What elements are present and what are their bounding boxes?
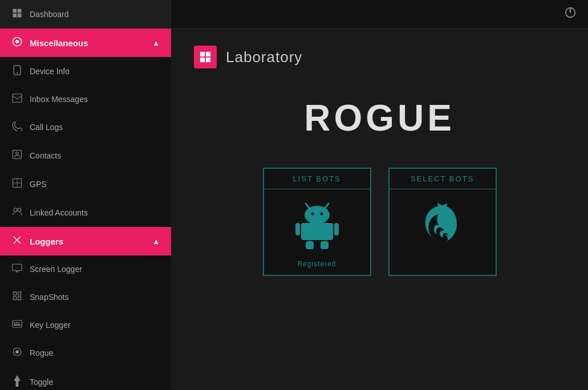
sidebar-item-screen-logger[interactable]: Screen Logger bbox=[0, 255, 171, 283]
misc-icon bbox=[11, 36, 23, 49]
sidebar-item-dashboard[interactable]: Dashboard bbox=[0, 0, 171, 29]
svg-point-15 bbox=[14, 208, 17, 212]
dnd-icon bbox=[418, 189, 467, 260]
sidebar-item-contacts[interactable]: Contacts bbox=[0, 141, 171, 170]
lab-icon bbox=[194, 46, 217, 68]
svg-rect-28 bbox=[16, 322, 17, 323]
svg-rect-1 bbox=[18, 9, 22, 13]
snapshots-icon bbox=[11, 291, 23, 303]
rogue-title: ROGUE bbox=[304, 97, 455, 139]
sidebar-rogue-label: Rogue bbox=[30, 348, 160, 358]
sidebar-misc-label: Miscellaneous bbox=[30, 38, 145, 48]
svg-rect-38 bbox=[200, 52, 205, 56]
svg-rect-49 bbox=[334, 223, 339, 235]
device-info-icon bbox=[11, 65, 23, 78]
svg-rect-2 bbox=[13, 14, 17, 18]
svg-rect-9 bbox=[13, 94, 22, 103]
svg-rect-41 bbox=[206, 58, 210, 62]
sidebar-item-gps[interactable]: GPS bbox=[0, 170, 171, 198]
svg-rect-50 bbox=[306, 241, 314, 249]
sidebar-item-rogue[interactable]: Rogue bbox=[0, 339, 171, 367]
sidebar-inbox-label: Inbox Messages bbox=[30, 95, 160, 104]
sidebar-key-logger-label: Key Logger bbox=[30, 320, 160, 330]
sidebar-snapshots-label: SnapShots bbox=[30, 292, 160, 302]
sidebar-item-linked-accounts[interactable]: Linked Accounts bbox=[0, 198, 171, 227]
contacts-icon bbox=[11, 149, 23, 162]
svg-rect-3 bbox=[18, 14, 22, 18]
svg-rect-25 bbox=[18, 297, 21, 300]
svg-rect-40 bbox=[200, 58, 205, 62]
sidebar-item-snapshots[interactable]: SnapShots bbox=[0, 283, 171, 311]
svg-point-32 bbox=[15, 350, 19, 354]
svg-rect-48 bbox=[295, 223, 300, 235]
misc-chevron-icon: ▲ bbox=[152, 39, 160, 47]
list-bots-label: LIST BOTS bbox=[264, 169, 370, 189]
svg-rect-0 bbox=[13, 9, 17, 13]
svg-point-44 bbox=[305, 206, 330, 224]
sidebar-item-inbox-messages[interactable]: Inbox Messages bbox=[0, 86, 171, 113]
topbar bbox=[171, 0, 588, 29]
svg-rect-26 bbox=[13, 320, 22, 327]
svg-point-52 bbox=[433, 217, 437, 221]
svg-point-11 bbox=[16, 152, 19, 155]
sidebar-loggers-label: Loggers bbox=[30, 237, 145, 246]
android-icon bbox=[294, 189, 340, 260]
sidebar-item-toggle[interactable]: Toggle bbox=[0, 367, 171, 390]
sidebar-device-info-label: Device Info bbox=[30, 67, 160, 76]
svg-point-8 bbox=[17, 72, 18, 74]
svg-rect-51 bbox=[321, 241, 329, 249]
rogue-icon bbox=[11, 347, 23, 359]
svg-rect-24 bbox=[13, 297, 16, 300]
sidebar-linked-label: Linked Accounts bbox=[30, 208, 160, 217]
lab-header: Laboratory bbox=[194, 46, 302, 68]
power-icon[interactable] bbox=[564, 6, 577, 22]
svg-point-5 bbox=[15, 40, 19, 43]
svg-rect-19 bbox=[13, 264, 22, 270]
svg-marker-33 bbox=[14, 375, 21, 387]
bot-cards: LIST BOTS bbox=[263, 168, 497, 276]
svg-rect-6 bbox=[14, 66, 20, 75]
sidebar-screen-logger-label: Screen Logger bbox=[30, 265, 160, 274]
dashboard-icon bbox=[11, 8, 23, 21]
svg-rect-27 bbox=[14, 322, 15, 323]
svg-rect-30 bbox=[14, 324, 21, 326]
key-logger-icon bbox=[11, 319, 23, 331]
inbox-icon bbox=[11, 94, 23, 105]
sidebar-section-loggers[interactable]: Loggers ▲ bbox=[0, 227, 171, 255]
toggle-icon bbox=[11, 375, 23, 389]
svg-point-46 bbox=[320, 213, 323, 216]
select-bots-card[interactable]: SELECT BOTS - bbox=[388, 168, 497, 276]
svg-point-16 bbox=[18, 208, 21, 212]
sidebar-item-device-info[interactable]: Device Info bbox=[0, 57, 171, 86]
sidebar-dashboard-label: Dashboard bbox=[30, 10, 160, 19]
sidebar-section-miscellaneous[interactable]: Miscellaneous ▲ bbox=[0, 29, 171, 57]
sidebar-toggle-label: Toggle bbox=[30, 377, 160, 387]
main-content: Laboratory ROGUE LIST BOTS bbox=[171, 0, 588, 390]
sidebar-contacts-label: Contacts bbox=[30, 151, 160, 160]
svg-rect-22 bbox=[13, 292, 16, 295]
svg-point-45 bbox=[311, 213, 314, 216]
svg-rect-39 bbox=[206, 52, 210, 56]
sidebar-call-logs-label: Call Logs bbox=[30, 123, 160, 132]
sidebar-item-call-logs[interactable]: Call Logs bbox=[0, 113, 171, 141]
select-bots-status: - bbox=[441, 260, 444, 275]
content-area: Laboratory ROGUE LIST BOTS bbox=[171, 29, 588, 390]
lab-title: Laboratory bbox=[226, 48, 302, 66]
svg-rect-47 bbox=[301, 223, 333, 240]
select-bots-label: SELECT BOTS bbox=[390, 169, 496, 189]
loggers-chevron-icon: ▲ bbox=[152, 237, 160, 246]
svg-rect-29 bbox=[18, 322, 19, 323]
sidebar-item-key-logger[interactable]: Key Logger bbox=[0, 311, 171, 339]
list-bots-card[interactable]: LIST BOTS bbox=[263, 168, 371, 276]
svg-rect-23 bbox=[18, 292, 21, 295]
gps-icon bbox=[11, 178, 23, 190]
call-logs-icon bbox=[11, 121, 23, 133]
sidebar-gps-label: GPS bbox=[30, 180, 160, 189]
sidebar: Dashboard Miscellaneous ▲ Device Info In… bbox=[0, 0, 171, 390]
screen-logger-icon bbox=[11, 263, 23, 275]
linked-accounts-icon bbox=[11, 206, 23, 219]
registered-status: Registered bbox=[297, 260, 336, 275]
loggers-icon bbox=[11, 235, 23, 247]
